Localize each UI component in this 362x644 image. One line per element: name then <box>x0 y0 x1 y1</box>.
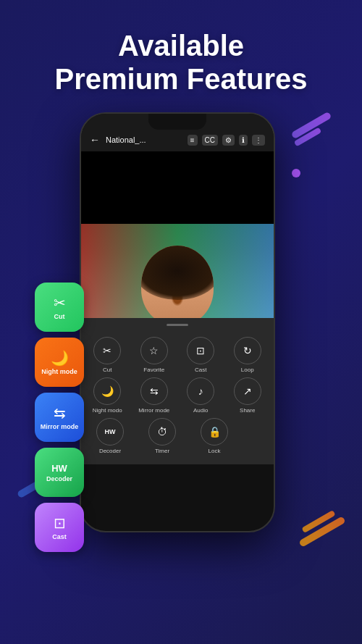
loop-icon: ↻ <box>234 337 261 364</box>
feature-row-3: HW Decoder ⏱ Timer 🔒 Lock <box>84 418 271 454</box>
feature-row-1: ✂ Cut ☆ Favorite ⊡ Cast ↻ Loop <box>84 337 271 373</box>
thumbnail-area <box>81 224 274 318</box>
share-icon: ↗ <box>234 377 261 405</box>
feature-cut[interactable]: ✂ Cut <box>87 337 127 373</box>
night-label: Night modo <box>93 407 122 414</box>
feature-lock[interactable]: 🔒 Lock <box>194 418 235 454</box>
lock-icon: 🔒 <box>201 418 228 446</box>
cut-icon: ✂ <box>93 337 121 364</box>
page-title: Available Premium Features <box>0 29 362 96</box>
phone-screen: ← National_... ≡ CC ⚙ ℹ ⋮ <box>80 112 275 532</box>
more-icon[interactable]: ⋮ <box>252 135 265 146</box>
topbar-icons: ≡ CC ⚙ ℹ ⋮ <box>188 135 265 146</box>
fab-cast-icon: ⊡ <box>54 514 66 532</box>
decoder-label: Decoder <box>99 448 121 454</box>
audio-label: Audio <box>193 407 208 414</box>
fab-mirror-label: Mirror mode <box>41 423 79 430</box>
fab-cast-label: Cast <box>52 533 67 540</box>
cast-icon: ⊡ <box>187 337 214 364</box>
fab-decoder-button[interactable]: HW Decoder <box>35 448 84 497</box>
cc-icon[interactable]: CC <box>202 135 218 146</box>
lock-label: Lock <box>209 448 221 454</box>
timer-icon: ⏱ <box>148 418 176 446</box>
back-button[interactable]: ← <box>90 134 100 146</box>
menu-icon[interactable]: ≡ <box>188 135 198 146</box>
drag-handle[interactable] <box>81 318 274 331</box>
hair <box>141 246 214 300</box>
fab-night-icon: 🌙 <box>51 349 69 367</box>
settings-icon[interactable]: ⚙ <box>222 135 235 146</box>
timer-label: Timer <box>155 448 169 454</box>
fab-cast-button[interactable]: ⊡ Cast <box>35 503 84 552</box>
video-area <box>81 151 274 224</box>
cut-label: Cut <box>103 367 111 373</box>
drag-handle-bar <box>167 324 188 326</box>
video-title: National_... <box>106 135 182 144</box>
feature-decoder[interactable]: HW Decoder <box>90 418 130 454</box>
fab-cut-button[interactable]: ✂ Cut <box>35 283 84 332</box>
info-icon[interactable]: ℹ <box>239 135 248 146</box>
feature-loop[interactable]: ↻ Loop <box>227 337 268 373</box>
favorite-label: Favorite <box>143 367 164 373</box>
feature-audio[interactable]: ♪ Audio <box>180 377 221 414</box>
fab-mirror-icon: ⇆ <box>54 404 66 422</box>
share-label: Share <box>240 407 255 414</box>
feature-night[interactable]: 🌙 Night modo <box>87 377 127 414</box>
favorite-icon: ☆ <box>140 337 168 364</box>
fab-night-label: Night mode <box>41 368 77 375</box>
fab-decoder-label: Decoder <box>46 475 72 482</box>
feature-favorite[interactable]: ☆ Favorite <box>134 337 174 373</box>
mirror-icon: ⇆ <box>140 377 168 405</box>
feature-share[interactable]: ↗ Share <box>227 377 268 414</box>
mirror-label: Mirror mode <box>138 407 169 414</box>
decoder-icon: HW <box>96 418 124 446</box>
deco-dot <box>292 169 300 177</box>
audio-icon: ♪ <box>187 377 214 405</box>
feature-mirror[interactable]: ⇆ Mirror mode <box>134 377 174 414</box>
cast-label: Cast <box>195 367 206 373</box>
fab-cut-label: Cut <box>54 313 65 320</box>
feature-timer[interactable]: ⏱ Timer <box>142 418 182 454</box>
feature-cast[interactable]: ⊡ Cast <box>180 337 221 373</box>
fab-decoder-icon: HW <box>51 463 67 474</box>
night-icon: 🌙 <box>93 377 121 405</box>
person-face <box>141 246 214 318</box>
phone-notch <box>148 114 206 130</box>
loop-label: Loop <box>241 367 254 373</box>
phone-mockup: ← National_... ≡ CC ⚙ ℹ ⋮ <box>80 112 275 532</box>
fab-container: ✂ Cut 🌙 Night mode ⇆ Mirror mode HW Deco… <box>35 283 84 552</box>
feature-row-2: 🌙 Night modo ⇆ Mirror mode ♪ Audio ↗ Sha… <box>84 377 271 414</box>
fab-mirror-button[interactable]: ⇆ Mirror mode <box>35 393 84 442</box>
fab-cut-icon: ✂ <box>54 294 66 311</box>
features-panel: ✂ Cut ☆ Favorite ⊡ Cast ↻ Loop <box>81 331 274 464</box>
fab-night-button[interactable]: 🌙 Night mode <box>35 338 84 387</box>
